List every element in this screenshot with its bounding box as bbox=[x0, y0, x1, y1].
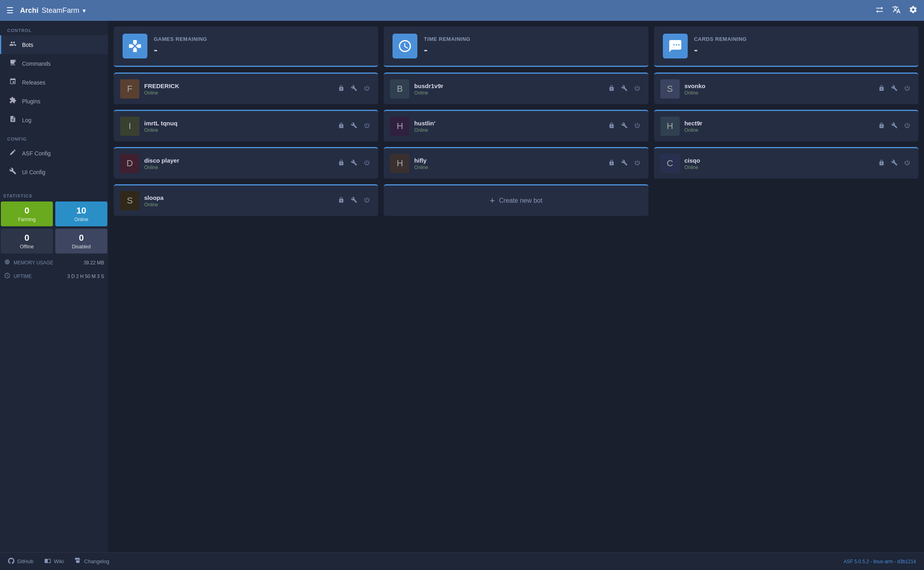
bot-actions-svonko bbox=[877, 83, 912, 95]
bot-lock-icon-imrtl-tqnuq[interactable] bbox=[336, 121, 346, 132]
bot-card-hifly[interactable]: HhiflyOnline bbox=[384, 147, 648, 179]
bot-wrench-icon-hifly[interactable] bbox=[620, 158, 629, 169]
bot-card-sloopa[interactable]: SsloopaOnline bbox=[114, 184, 378, 216]
stat-offline-value: 0 bbox=[4, 233, 50, 243]
uptime-value: 3 D 2 H 50 M 3 S bbox=[67, 274, 104, 279]
plus-icon: + bbox=[490, 195, 495, 206]
bot-lock-icon-frederick[interactable] bbox=[336, 83, 346, 95]
sidebar-plugins-label: Plugins bbox=[22, 98, 40, 105]
cards-icon bbox=[668, 39, 682, 53]
bot-power-icon-disco-player[interactable] bbox=[362, 158, 372, 169]
stat-offline[interactable]: 0 Offline bbox=[1, 229, 53, 254]
settings-icon[interactable] bbox=[909, 5, 918, 16]
bot-power-icon-frederick[interactable] bbox=[362, 83, 372, 95]
bot-actions-sloopa bbox=[336, 195, 372, 206]
bot-card-imrtl-tqnuq[interactable]: IimrtL tqnuqOnline bbox=[114, 110, 378, 141]
bot-status-hect9r: Online bbox=[684, 127, 872, 133]
bot-lock-icon-sloopa[interactable] bbox=[336, 195, 346, 206]
sidebar-item-bots[interactable]: Bots bbox=[0, 35, 108, 54]
app-title-dropdown-icon[interactable]: ▾ bbox=[83, 7, 86, 14]
bot-status-svonko: Online bbox=[684, 90, 872, 96]
changelog-link[interactable]: Changelog bbox=[75, 558, 109, 566]
bot-power-icon-hect9r[interactable] bbox=[902, 121, 912, 132]
sidebar-item-plugins[interactable]: Plugins bbox=[0, 92, 108, 111]
cards-stat-value: - bbox=[694, 44, 747, 56]
bot-actions-busdr1v9r bbox=[607, 83, 642, 95]
time-stat-title: TIME REMAINING bbox=[424, 36, 470, 42]
stat-online[interactable]: 10 Online bbox=[55, 201, 107, 226]
translate-icon[interactable] bbox=[892, 5, 901, 16]
bot-card-svonko[interactable]: SsvonkoOnline bbox=[654, 73, 918, 104]
bot-power-icon-sloopa[interactable] bbox=[362, 195, 372, 206]
sidebar-item-log[interactable]: Log bbox=[0, 111, 108, 129]
commands-icon bbox=[8, 59, 17, 68]
bot-wrench-icon-frederick[interactable] bbox=[349, 83, 359, 95]
stat-online-value: 10 bbox=[58, 205, 104, 216]
sidebar-item-releases[interactable]: Releases bbox=[0, 73, 108, 92]
bot-lock-icon-busdr1v9r[interactable] bbox=[607, 83, 616, 95]
sidebar: CONTROL Bots Commands Releases Plugins bbox=[0, 21, 108, 552]
bot-wrench-icon-sloopa[interactable] bbox=[349, 195, 359, 206]
bot-card-busdr1v9r[interactable]: Bbusdr1v9rOnline bbox=[384, 73, 648, 104]
bot-avatar-cisqo: C bbox=[660, 154, 680, 173]
stat-farming[interactable]: 0 Farming bbox=[1, 201, 53, 226]
bot-actions-hect9r bbox=[877, 121, 912, 132]
bot-power-icon-cisqo[interactable] bbox=[902, 158, 912, 169]
uptime-label: UPTIME bbox=[14, 274, 64, 279]
bot-avatar-hifly: H bbox=[390, 154, 409, 173]
bot-lock-icon-cisqo[interactable] bbox=[877, 158, 886, 169]
bot-name-hect9r: hect9r bbox=[684, 120, 872, 127]
sidebar-item-ui-config[interactable]: UI Config bbox=[0, 163, 108, 181]
bot-lock-icon-hect9r[interactable] bbox=[877, 121, 886, 132]
bot-info-cisqo: cisqoOnline bbox=[684, 157, 872, 170]
bot-power-icon-imrtl-tqnuq[interactable] bbox=[362, 121, 372, 132]
stat-disabled[interactable]: 0 Disabled bbox=[55, 229, 107, 254]
sidebar-item-asf-config[interactable]: ASF Config bbox=[0, 144, 108, 163]
stat-disabled-value: 0 bbox=[58, 233, 104, 243]
memory-label: MEMORY USAGE bbox=[14, 260, 81, 266]
bot-lock-icon-disco-player[interactable] bbox=[336, 158, 346, 169]
bot-lock-icon-hifly[interactable] bbox=[607, 158, 616, 169]
wiki-link[interactable]: Wiki bbox=[44, 558, 64, 566]
stat-farming-value: 0 bbox=[4, 205, 50, 216]
bot-info-hustlin: hustlin'Online bbox=[414, 120, 602, 133]
github-icon bbox=[8, 558, 14, 566]
version-info: ASF 5.0.5.2 - linux-arm - d3b1214 bbox=[843, 559, 916, 564]
bot-card-hustlin[interactable]: Hhustlin'Online bbox=[384, 110, 648, 141]
stats-grid: 0 Farming 10 Online 0 Offline 0 Disabled bbox=[0, 201, 108, 256]
bot-card-hect9r[interactable]: Hhect9rOnline bbox=[654, 110, 918, 141]
bot-wrench-icon-cisqo[interactable] bbox=[890, 158, 899, 169]
bots-icon bbox=[8, 40, 17, 49]
hamburger-menu-icon[interactable]: ☰ bbox=[6, 6, 14, 15]
uptime-row: UPTIME 3 D 2 H 50 M 3 S bbox=[0, 270, 108, 283]
bot-wrench-icon-hect9r[interactable] bbox=[890, 121, 899, 132]
bot-info-disco-player: disco playerOnline bbox=[144, 157, 332, 170]
bot-wrench-icon-imrtl-tqnuq[interactable] bbox=[349, 121, 359, 132]
bot-power-icon-svonko[interactable] bbox=[902, 83, 912, 95]
stat-online-label: Online bbox=[58, 217, 104, 222]
bot-wrench-icon-disco-player[interactable] bbox=[349, 158, 359, 169]
bot-avatar-busdr1v9r: B bbox=[390, 79, 409, 99]
main-layout: CONTROL Bots Commands Releases Plugins bbox=[0, 21, 924, 552]
bot-wrench-icon-hustlin[interactable] bbox=[620, 121, 629, 132]
bot-card-disco-player[interactable]: Ddisco playerOnline bbox=[114, 147, 378, 179]
bot-power-icon-busdr1v9r[interactable] bbox=[632, 83, 642, 95]
transfer-icon[interactable] bbox=[875, 5, 884, 16]
github-link[interactable]: GitHub bbox=[8, 558, 33, 566]
bot-lock-icon-svonko[interactable] bbox=[877, 83, 886, 95]
bot-avatar-hect9r: H bbox=[660, 117, 680, 136]
cards-stat-title: CARDS REMAINING bbox=[694, 36, 747, 42]
bot-wrench-icon-svonko[interactable] bbox=[890, 83, 899, 95]
bot-power-icon-hifly[interactable] bbox=[632, 158, 642, 169]
bot-card-cisqo[interactable]: CcisqoOnline bbox=[654, 147, 918, 179]
create-new-bot-button[interactable]: +Create new bot bbox=[384, 184, 648, 216]
cards-remaining-card: CARDS REMAINING - bbox=[654, 26, 918, 67]
control-section-label: CONTROL bbox=[0, 21, 108, 35]
top-stats-row: GAMES REMAINING - TIME REMAINING - CAR bbox=[114, 26, 918, 67]
bot-lock-icon-hustlin[interactable] bbox=[607, 121, 616, 132]
memory-value: 39.22 MB bbox=[84, 260, 104, 266]
bot-wrench-icon-busdr1v9r[interactable] bbox=[620, 83, 629, 95]
bot-power-icon-hustlin[interactable] bbox=[632, 121, 642, 132]
bot-card-frederick[interactable]: FFREDERICKOnline bbox=[114, 73, 378, 104]
sidebar-item-commands[interactable]: Commands bbox=[0, 54, 108, 73]
